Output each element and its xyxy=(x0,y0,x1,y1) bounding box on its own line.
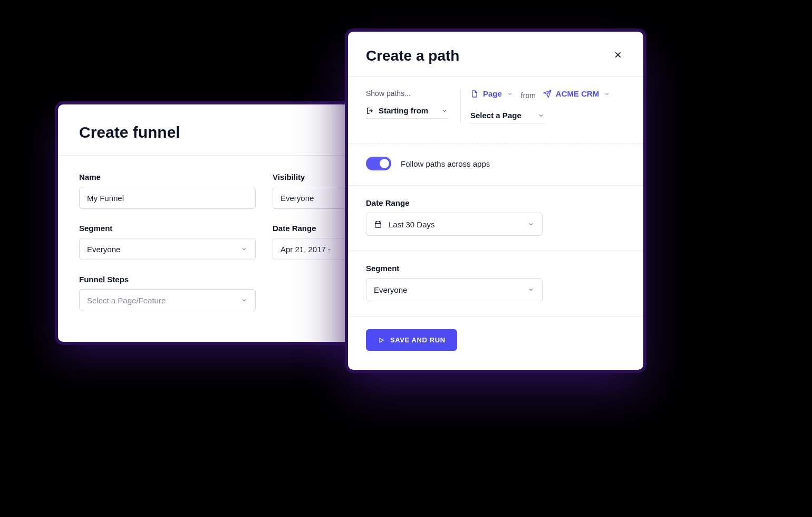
file-icon xyxy=(470,90,479,98)
close-button[interactable] xyxy=(611,47,625,62)
path-header: Create a path xyxy=(348,32,643,76)
funnel-segment-label: Segment xyxy=(79,224,256,233)
app-label: ACME CRM xyxy=(556,89,600,98)
follow-paths-section: Follow paths across apps xyxy=(348,144,643,186)
path-segment-select[interactable]: Everyone xyxy=(366,278,543,301)
funnel-visibility-value: Everyone xyxy=(281,194,314,203)
path-daterange-value: Last 30 Days xyxy=(389,220,435,229)
page-type-select[interactable]: Page xyxy=(470,89,514,101)
chevron-down-icon xyxy=(527,286,535,293)
toggle-knob xyxy=(380,159,389,168)
from-label: from xyxy=(521,91,536,100)
chevron-down-icon xyxy=(527,221,535,228)
funnel-steps-select[interactable]: Select a Page/Feature xyxy=(79,289,256,311)
follow-paths-toggle[interactable] xyxy=(366,157,391,170)
path-segment-label: Segment xyxy=(366,264,625,273)
calendar-icon xyxy=(374,220,382,228)
funnel-name-label: Name xyxy=(79,173,256,181)
chevron-down-icon xyxy=(441,107,448,114)
save-and-run-label: Save and Run xyxy=(390,336,446,344)
path-segment-value: Everyone xyxy=(374,285,407,294)
chevron-down-icon xyxy=(506,90,514,98)
starting-from-label: Starting from xyxy=(379,106,428,115)
funnel-segment-value: Everyone xyxy=(87,245,120,254)
chevron-down-icon xyxy=(537,112,545,119)
path-config-section: Show paths... Starting from xyxy=(348,76,643,143)
funnel-steps-field: Funnel Steps Select a Page/Feature xyxy=(79,275,256,311)
funnel-name-field: Name My Funnel xyxy=(79,173,256,209)
show-paths-label: Show paths... xyxy=(366,89,453,98)
path-title: Create a path xyxy=(366,47,459,64)
path-footer: Save and Run xyxy=(348,317,643,370)
svg-rect-5 xyxy=(375,222,381,227)
create-path-card: Create a path Show paths... Starting fro… xyxy=(348,32,643,370)
page-type-label: Page xyxy=(483,89,502,98)
send-icon xyxy=(543,90,552,98)
exit-icon xyxy=(366,107,374,115)
path-segment-section: Segment Everyone xyxy=(348,251,643,317)
chevron-down-icon xyxy=(603,90,611,98)
svg-marker-9 xyxy=(380,338,383,342)
funnel-daterange-value: Apr 21, 2017 - xyxy=(281,245,331,254)
close-icon xyxy=(614,51,622,59)
funnel-steps-label: Funnel Steps xyxy=(79,275,256,284)
play-icon xyxy=(378,337,385,344)
select-page-label: Select a Page xyxy=(470,111,521,120)
app-select[interactable]: ACME CRM xyxy=(543,89,611,101)
select-page-dropdown[interactable]: Select a Page xyxy=(470,111,545,123)
funnel-steps-placeholder: Select a Page/Feature xyxy=(87,296,166,305)
path-daterange-select[interactable]: Last 30 Days xyxy=(366,213,543,236)
funnel-segment-field: Segment Everyone xyxy=(79,224,256,260)
funnel-name-input[interactable]: My Funnel xyxy=(79,187,256,209)
funnel-segment-select[interactable]: Everyone xyxy=(79,238,256,260)
starting-from-select[interactable]: Starting from xyxy=(366,106,448,119)
chevron-down-icon xyxy=(240,296,248,304)
path-daterange-section: Date Range Last 30 Days xyxy=(348,186,643,251)
funnel-name-value: My Funnel xyxy=(87,194,124,203)
path-daterange-label: Date Range xyxy=(366,198,625,207)
follow-paths-label: Follow paths across apps xyxy=(401,159,490,168)
chevron-down-icon xyxy=(240,245,248,253)
save-and-run-button[interactable]: Save and Run xyxy=(366,329,457,351)
